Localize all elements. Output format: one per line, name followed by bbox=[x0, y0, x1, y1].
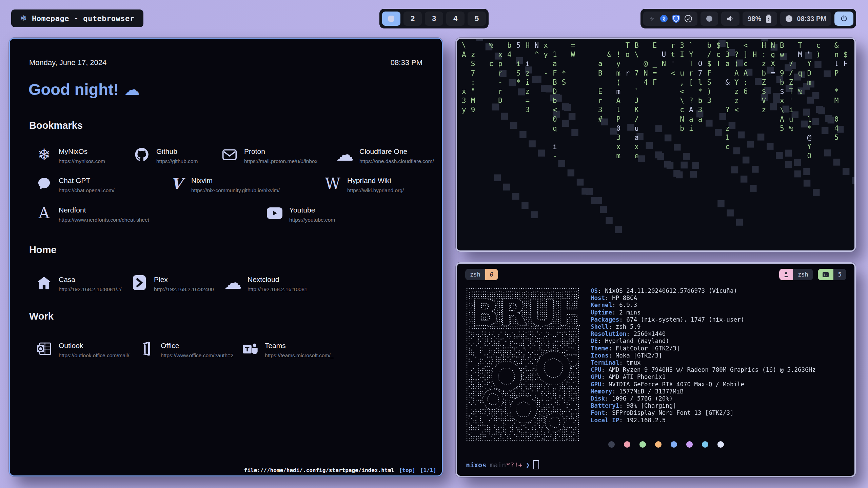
paper-plane-icon bbox=[648, 15, 656, 22]
fetch-info-line: DE: Hyprland (Wayland) bbox=[591, 338, 816, 345]
workspace-switcher: 2345 bbox=[379, 9, 489, 28]
bookmark-plex[interactable]: Plexhttp://192.168.2.16:32400 bbox=[132, 275, 214, 292]
bookmark-url: https://one.dash.cloudflare.com/ bbox=[359, 158, 434, 164]
bluetooth-icon bbox=[660, 15, 668, 23]
battery-segment[interactable]: 98% bbox=[743, 12, 777, 26]
bookmark-title: Outlook bbox=[59, 342, 129, 350]
bookmark-github[interactable]: Githubhttps://github.com bbox=[134, 147, 198, 164]
matrix-rain-canvas bbox=[457, 39, 854, 250]
github-icon bbox=[134, 147, 150, 162]
startpage-date: Monday, June 17, 2024 bbox=[29, 58, 106, 67]
tmux-status-bar: zsh 0 zsh 5 bbox=[465, 268, 846, 281]
power-icon bbox=[840, 15, 848, 23]
prompt-git-branch: main*?!+ bbox=[490, 461, 522, 469]
nextcloud-icon: ☁ bbox=[225, 275, 241, 290]
statusbar-counter: [1/1] bbox=[420, 467, 436, 473]
fetch-info-line: Shell: zsh 5.9 bbox=[591, 323, 816, 330]
window-title: Homepage - qutebrowser bbox=[32, 14, 134, 23]
bookmark-mynixos[interactable]: ❄MyNixOshttps://mynixos.com bbox=[36, 147, 105, 164]
bookmark-nextcloud[interactable]: ☁Nextcloudhttp://192.168.2.16:10081 bbox=[225, 275, 308, 292]
workspace-button-2[interactable]: 2 bbox=[403, 12, 422, 26]
section-title: Home bbox=[29, 244, 422, 256]
bookmark-nerdfont[interactable]: ANerdfonthttps://www.nerdfonts.com/cheat… bbox=[36, 205, 149, 223]
speaker-icon bbox=[726, 15, 734, 22]
bookmark-url: https://mynixos.com bbox=[59, 158, 105, 164]
fetch-info-line: GPU: NVIDIA GeForce RTX 4070 Max-Q / Mob… bbox=[591, 381, 816, 388]
tmux-user-segment: zsh bbox=[779, 269, 813, 280]
palette-dot bbox=[717, 441, 724, 448]
terminal-color-palette bbox=[608, 441, 724, 448]
bookmark-title: Proton bbox=[244, 147, 317, 156]
text-cursor[interactable] bbox=[533, 460, 539, 469]
fetch-info-line: Memory: 1577MiB / 31377MiB bbox=[591, 388, 816, 395]
workspace-button-4[interactable]: 4 bbox=[446, 12, 465, 26]
power-button[interactable] bbox=[834, 12, 853, 26]
status-tray: 98% 08:33 PM bbox=[640, 9, 856, 28]
bookmark-proton[interactable]: Protonhttps://mail.proton.me/u/0/inbox bbox=[222, 147, 317, 164]
section-home: HomeCasahttp://192.168.2.16:8081/#/Plexh… bbox=[29, 244, 422, 310]
bookmark-hyprland-wiki[interactable]: WHyprland Wikihttps://wiki.hyprland.org/ bbox=[325, 176, 404, 194]
terminal-icon bbox=[818, 269, 833, 280]
bookmark-url: https://mail.proton.me/u/0/inbox bbox=[244, 158, 317, 164]
tray-icons-segment[interactable] bbox=[643, 12, 697, 26]
bookmark-casa[interactable]: Casahttp://192.168.2.16:8081/#/ bbox=[36, 275, 121, 292]
youtube-icon bbox=[267, 205, 282, 221]
moon-cloud-icon: ☁ bbox=[124, 82, 140, 97]
bookmark-url: http://192.168.2.16:10081 bbox=[248, 286, 308, 292]
workspace-button-3[interactable]: 3 bbox=[425, 12, 443, 26]
prompt-host: nixos bbox=[466, 461, 486, 469]
workspace-button-5[interactable]: 5 bbox=[468, 12, 486, 26]
shield-icon bbox=[672, 14, 680, 23]
bookmark-title: Nixvim bbox=[191, 177, 280, 185]
battery-percent: 98% bbox=[748, 15, 761, 23]
bookmark-teams[interactable]: Teamshttps://teams.microsoft.com/_ bbox=[242, 341, 333, 359]
palette-dot bbox=[686, 441, 693, 448]
bookmark-url: https://youtube.com bbox=[289, 217, 335, 223]
bookmark-youtube[interactable]: Youtubehttps://youtube.com bbox=[267, 205, 335, 223]
fetch-info-line: Local IP: 192.168.2.5 bbox=[591, 417, 816, 424]
bookmark-url: https://nix-community.github.io/nixvim/ bbox=[191, 187, 280, 194]
volume-segment[interactable] bbox=[721, 12, 739, 26]
bookmark-chat-gpt[interactable]: Chat GPThttps://chat.openai.com/ bbox=[36, 176, 115, 194]
bookmark-title: Teams bbox=[265, 342, 333, 350]
letter-a-icon: A bbox=[36, 205, 52, 221]
bookmark-title: Cloudflare One bbox=[359, 147, 434, 156]
window-title-pill: ❄ Homepage - qutebrowser bbox=[11, 9, 143, 27]
clock-icon bbox=[785, 15, 793, 22]
tmux-session-segment: zsh 0 bbox=[465, 269, 498, 280]
bookmark-nixvim[interactable]: VNixvimhttps://nix-community.github.io/n… bbox=[169, 176, 280, 194]
prompt-git-flags: *?!+ bbox=[506, 461, 522, 469]
bookmark-office[interactable]: Officehttps://www.office.com/?auth=2 bbox=[138, 341, 234, 359]
bookmark-title: Office bbox=[161, 342, 234, 350]
fetch-info-line: CPU: AMD Ryzen 9 7940HS w/ Radeon 780M G… bbox=[591, 366, 816, 373]
nixos-snowflake-icon: ❄ bbox=[36, 147, 52, 162]
palette-dot bbox=[624, 441, 630, 448]
section-title: Work bbox=[29, 311, 422, 322]
clock-segment[interactable]: 08:33 PM bbox=[780, 12, 831, 26]
palette-dot bbox=[702, 441, 708, 448]
browser-statusbar: file:///home/hadi/.config/startpage/inde… bbox=[244, 467, 436, 473]
bookmark-title: Chat GPT bbox=[59, 177, 115, 185]
bookmark-cloudflare-one[interactable]: ☁Cloudflare Onehttps://one.dash.cloudfla… bbox=[337, 147, 434, 164]
fetch-info-line: Theme: FlatColor [GTK2/3] bbox=[591, 345, 816, 352]
bookmark-url: https://www.office.com/?auth=2 bbox=[161, 352, 234, 359]
bookmark-title: MyNixOs bbox=[59, 147, 105, 156]
fetch-info-line: Host: HP 8BCA bbox=[591, 294, 816, 302]
recorder-segment[interactable] bbox=[701, 12, 718, 26]
bookmark-title: Nextcloud bbox=[248, 276, 308, 284]
fetch-info-line: Font: SFProDisplay Nerd Font 13 [GTK2/3] bbox=[591, 409, 816, 416]
wikipedia-w-icon: W bbox=[325, 176, 340, 191]
workspace-button-active[interactable] bbox=[382, 12, 400, 26]
section-title: Bookmarks bbox=[29, 120, 422, 131]
fetch-info-line: Resolution: 868×488 bbox=[591, 330, 816, 338]
house-icon bbox=[36, 275, 52, 290]
matrix-terminal-window bbox=[456, 38, 856, 252]
nixvim-v-icon: V bbox=[169, 176, 184, 191]
fetch-info-line: GPU: AMD ATI Phoenix1 bbox=[591, 373, 816, 381]
bookmark-url: https://chat.openai.com/ bbox=[59, 187, 115, 194]
bookmark-outlook[interactable]: Outlookhttps://outlook.office.com/mail/ bbox=[36, 341, 129, 359]
greeting-text: Good night! bbox=[28, 80, 119, 99]
bookmark-title: Github bbox=[156, 147, 198, 156]
palette-dot bbox=[655, 441, 662, 448]
fetch-info-line: Battery1: 98% [Charging] bbox=[591, 402, 816, 409]
